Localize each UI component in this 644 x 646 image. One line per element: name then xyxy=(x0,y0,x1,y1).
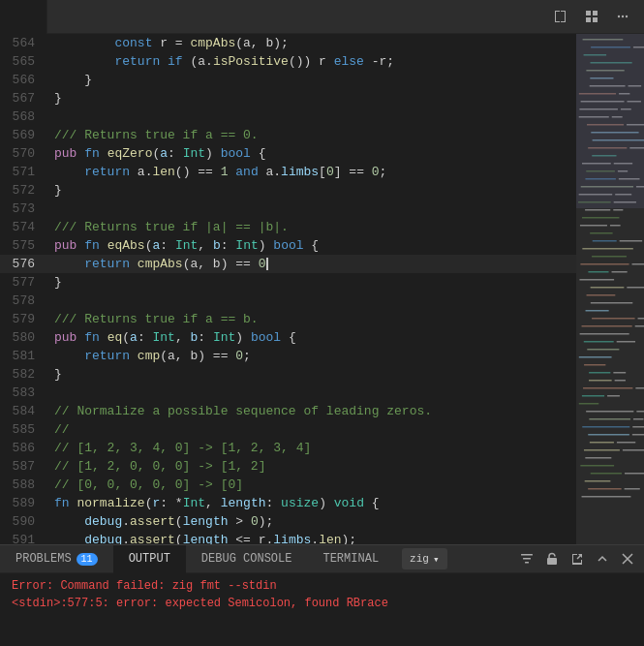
line-number: 576 xyxy=(0,255,50,273)
line-content xyxy=(50,200,576,218)
filter-output-button[interactable] xyxy=(516,548,537,569)
code-line: 565 return if (a.isPositive()) r else -r… xyxy=(0,52,576,71)
collapse-panel-button[interactable] xyxy=(592,548,613,569)
svg-point-2 xyxy=(626,15,628,17)
code-line: 581 return cmp(a, b) == 0; xyxy=(0,347,576,365)
line-number: 570 xyxy=(0,144,50,163)
code-line: 576 return cmpAbs(a, b) == 0 xyxy=(0,255,576,273)
bottom-panel: PROBLEMS 11 OUTPUT DEBUG CONSOLE TERMINA… xyxy=(0,544,644,646)
open-external-button[interactable] xyxy=(567,548,588,569)
code-line: 584// Normalize a possible sequence of l… xyxy=(0,402,576,420)
tab-close-button[interactable] xyxy=(19,9,35,24)
line-content: /// Returns true if a == b. xyxy=(50,310,576,328)
svg-point-0 xyxy=(618,15,620,17)
line-content: // [0, 0, 0, 0, 0] -> [0] xyxy=(50,476,576,494)
code-line: 574/// Returns true if |a| == |b|. xyxy=(0,218,576,236)
dropdown-arrow-icon: ▾ xyxy=(433,553,440,566)
panel-tabs: PROBLEMS 11 OUTPUT DEBUG CONSOLE TERMINA… xyxy=(0,545,644,573)
line-number: 585 xyxy=(0,420,50,439)
line-number: 586 xyxy=(0,439,50,457)
line-number: 567 xyxy=(0,89,50,108)
code-line: 575pub fn eqAbs(a: Int, b: Int) bool { xyxy=(0,236,576,255)
code-line: 570pub fn eqZero(a: Int) bool { xyxy=(0,144,576,163)
panel-action-icons xyxy=(516,548,644,569)
line-content: return cmpAbs(a, b) == 0 xyxy=(50,255,576,273)
close-panel-button[interactable] xyxy=(617,548,638,569)
code-line: 568 xyxy=(0,108,576,126)
code-line: 572} xyxy=(0,181,576,200)
tab-int-zig[interactable] xyxy=(0,0,47,34)
editor-container: 564 const r = cmpAbs(a, b);565 return if… xyxy=(0,34,644,544)
minimap-canvas xyxy=(576,34,644,544)
line-number: 573 xyxy=(0,200,50,218)
tab-problems[interactable]: PROBLEMS 11 xyxy=(0,545,113,573)
line-content: return cmp(a, b) == 0; xyxy=(50,347,576,365)
line-content xyxy=(50,108,576,126)
dropdown-label: zig xyxy=(410,553,429,565)
code-line: 586// [1, 2, 3, 4, 0] -> [1, 2, 3, 4] xyxy=(0,439,576,457)
line-content xyxy=(50,292,576,310)
line-content: return a.len() == 1 and a.limbs[0] == 0; xyxy=(50,163,576,181)
output-line: <stdin>:577:5: error: expected Semicolon… xyxy=(12,595,632,612)
line-number: 568 xyxy=(0,108,50,126)
line-number: 565 xyxy=(0,52,50,71)
minimap[interactable] xyxy=(576,34,644,544)
line-content: debug.assert(length > 0); xyxy=(50,512,576,531)
line-number: 588 xyxy=(0,476,50,494)
line-content: } xyxy=(50,71,576,89)
code-line: 577} xyxy=(0,273,576,292)
line-content: const r = cmpAbs(a, b); xyxy=(50,34,576,52)
code-line: 566 } xyxy=(0,71,576,89)
code-line: 588// [0, 0, 0, 0, 0] -> [0] xyxy=(0,476,576,494)
code-line: 591 debug.assert(length <= r.limbs.len); xyxy=(0,531,576,544)
layout-button[interactable] xyxy=(580,5,603,28)
code-line: 580pub fn eq(a: Int, b: Int) bool { xyxy=(0,328,576,347)
svg-rect-5 xyxy=(525,562,529,564)
tab-toolbar xyxy=(549,5,644,28)
line-number: 566 xyxy=(0,71,50,89)
code-line: 569/// Returns true if a == 0. xyxy=(0,126,576,144)
line-content: // [1, 2, 3, 4, 0] -> [1, 2, 3, 4] xyxy=(50,439,576,457)
code-line: 583 xyxy=(0,384,576,402)
line-number: 578 xyxy=(0,292,50,310)
code-line: 578 xyxy=(0,292,576,310)
code-lines: 564 const r = cmpAbs(a, b);565 return if… xyxy=(0,34,576,544)
code-line: 564 const r = cmpAbs(a, b); xyxy=(0,34,576,52)
line-number: 569 xyxy=(0,126,50,144)
more-actions-button[interactable] xyxy=(611,5,634,28)
line-content: // [1, 2, 0, 0, 0] -> [1, 2] xyxy=(50,457,576,476)
unlock-output-button[interactable] xyxy=(541,548,563,569)
tab-output[interactable]: OUTPUT xyxy=(113,545,186,573)
tab-terminal-label: TERMINAL xyxy=(322,552,379,566)
line-content: // Normalize a possible sequence of lead… xyxy=(50,402,576,420)
line-number: 582 xyxy=(0,365,50,384)
line-number: 581 xyxy=(0,347,50,365)
line-number: 571 xyxy=(0,163,50,181)
line-content xyxy=(50,384,576,402)
line-content: /// Returns true if a == 0. xyxy=(50,126,576,144)
line-number: 590 xyxy=(0,512,50,531)
tab-problems-label: PROBLEMS xyxy=(15,552,72,566)
line-number: 564 xyxy=(0,34,50,52)
tab-debug-console[interactable]: DEBUG CONSOLE xyxy=(186,545,308,573)
svg-rect-3 xyxy=(521,554,533,556)
line-content: /// Returns true if |a| == |b|. xyxy=(50,218,576,236)
code-scroll[interactable]: 564 const r = cmpAbs(a, b);565 return if… xyxy=(0,34,576,544)
tab-terminal[interactable]: TERMINAL xyxy=(307,545,394,573)
code-line: 585// xyxy=(0,420,576,439)
code-line: 589fn normalize(r: *Int, length: usize) … xyxy=(0,494,576,512)
line-number: 579 xyxy=(0,310,50,328)
line-number: 584 xyxy=(0,402,50,420)
svg-rect-6 xyxy=(547,558,557,565)
code-line: 579/// Returns true if a == b. xyxy=(0,310,576,328)
line-number: 583 xyxy=(0,384,50,402)
output-source-dropdown[interactable]: zig ▾ xyxy=(402,548,446,569)
line-number: 580 xyxy=(0,328,50,347)
line-content: } xyxy=(50,89,576,108)
split-editor-button[interactable] xyxy=(549,5,572,28)
line-content: } xyxy=(50,181,576,200)
tab-bar xyxy=(0,0,644,34)
line-number: 572 xyxy=(0,181,50,200)
code-line: 587// [1, 2, 0, 0, 0] -> [1, 2] xyxy=(0,457,576,476)
line-content: return if (a.isPositive()) r else -r; xyxy=(50,52,576,71)
